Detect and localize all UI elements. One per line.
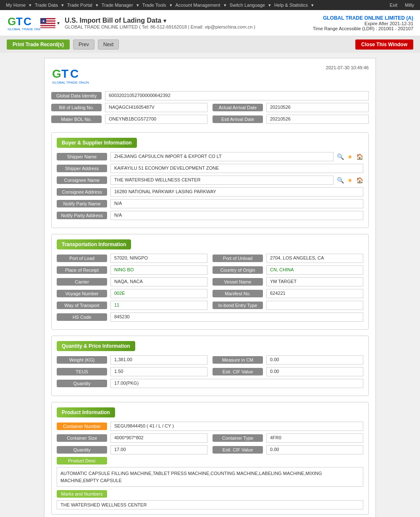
master-bol-pair: Mater BOL No. ONEYNB1BCG572700 [51,115,207,124]
quantity-price-section: Quantity & Price Information Weight (KG)… [51,336,369,396]
nav-exit[interactable]: Exit [387,3,400,8]
svg-rect-8 [40,26,55,27]
hs-code-row: HS Code 845230 [57,312,363,322]
nav-help-statistics[interactable]: Help & Statistics [272,3,310,8]
inbond-entry-value [266,301,363,310]
gtc-logo: G T C GLOBAL TRADE ONLINE LIMITED [7,13,40,32]
product-desc-label: Product Desc [57,457,107,465]
nav-my-home[interactable]: My Home [3,3,28,8]
notify-party-address-value: N/A [110,211,363,220]
shipper-star-icon[interactable]: ★ [347,153,353,160]
buyer-supplier-section: Buyer & Supplier Information Shipper Nam… [51,132,369,228]
shipper-address-value: KAIFAYILU 51 ECONOMY DEVELOPMENT ZONE [110,164,363,173]
buyer-supplier-header: Buyer & Supplier Information [57,138,137,148]
container-type-value: 4FR0 [266,433,363,443]
print-button-top[interactable]: Print Trade Record(s) [7,39,70,50]
port-of-load-label: Port of Load [57,255,107,262]
svg-text:G: G [52,67,61,80]
shipper-home-icon[interactable]: 🏠 [356,153,363,160]
consignee-address-label: Consignee Address [57,188,107,196]
shipper-address-label: Shipper Address [57,165,107,172]
container-size-type-row: Container Size 4000*907*802 Container Ty… [57,433,363,443]
close-button-top[interactable]: Close This Window [355,39,413,50]
container-number-value: SEGU9844450 ( 41 / L / CY ) [110,422,363,431]
top-navigation: My Home▾ Trade Data▾ Trade Portal▾ Trade… [0,0,420,10]
quantity-value: 17.00(PKG) [110,379,363,388]
weight-label: Weight (KG) [57,356,107,364]
consignee-address-row: Consignee Address 16280 NATIONAL PARKWAY… [57,187,363,197]
place-of-receipt-value: NING BO [110,265,207,275]
estl-cif-label: Esti. CIF Value [213,368,263,375]
consignee-home-icon[interactable]: 🏠 [356,177,363,184]
title-dropdown-icon[interactable]: ▾ [163,18,166,24]
shipper-search-icon[interactable]: 🔍 [337,153,344,160]
manifest-no-label: Manifest No. [213,290,263,297]
svg-text:G: G [8,15,16,28]
actual-arrival-label: Actual Arrival Date [213,104,263,111]
product-quantity-value: 17.00 [110,445,207,454]
us-flag: ★ [40,18,55,28]
shipper-name-row: Shipper Name ZHEJIANG CAPSULCN IMPORT & … [57,152,363,161]
svg-text:C: C [70,67,79,80]
nav-trade-data[interactable]: Trade Data [32,3,60,8]
place-of-receipt-label: Place of Receipt [57,266,107,274]
way-of-transport-label: Way of Transport [57,302,107,309]
teus-label: TEUS [57,368,107,375]
carrier-value: NAQA, NACA [110,277,207,286]
flag-area: ★ ▾ [40,18,60,28]
prev-button-top[interactable]: Prev [73,39,94,50]
flag-dropdown[interactable]: ▾ [57,20,60,26]
page-header: G T C GLOBAL TRADE ONLINE LIMITED ★ ▾ U.… [0,10,420,36]
bol-row: Bill of Lading No. NAQAGCHI1605487V Actu… [51,103,369,112]
page-title: U.S. Import Bill of Lading Data ▾ [65,17,255,24]
marks-label: Marks and Numbers [57,490,107,498]
global-data-identity-row: Global Data Identity 6003202105270000006… [51,91,369,100]
hs-code-label: HS Code [57,313,107,321]
transport-inbond-row: Way of Transport 11 In-bond Entry Type [57,301,363,310]
country-of-origin-value: CN, CHINA [266,265,363,275]
marks-row: Marks and Numbers [57,490,363,498]
shipper-name-label: Shipper Name [57,153,107,160]
svg-text:GLOBAL TRADE ONLINE LIMITED: GLOBAL TRADE ONLINE LIMITED [52,81,89,84]
port-of-load-value: 57020, NINGPO [110,254,207,263]
svg-text:C: C [24,15,32,28]
inbond-entry-label: In-bond Entry Type [213,302,263,309]
voyage-number-label: Voyage Number [57,290,107,297]
next-button-top[interactable]: Next [98,39,119,50]
nav-trade-portal[interactable]: Trade Portal [65,3,95,8]
nav-trade-tools[interactable]: Trade Tools [140,3,169,8]
receipt-country-row: Place of Receipt NING BO Country of Orig… [57,265,363,275]
record-logo: G T C GLOBAL TRADE ONLINE LIMITED [51,65,89,86]
master-bol-row: Mater BOL No. ONEYNB1BCG572700 Estl Arri… [51,115,369,124]
master-bol-label: Mater BOL No. [51,115,102,123]
container-size-value: 4000*907*802 [110,433,207,443]
page-title-area: U.S. Import Bill of Lading Data ▾ GLOBAL… [65,17,255,29]
weight-measure-row: Weight (KG) 1,381.00 Measure in CM 0.00 [57,355,363,365]
container-number-row: Container Number SEGU9844450 ( 41 / L / … [57,422,363,431]
shipper-name-value: ZHEJIANG CAPSULCN IMPORT & EXPORT CO LT [110,152,333,161]
header-right: GLOBAL TRADE ONLINE LIMITED (A) Expire A… [313,15,413,31]
svg-text:T: T [16,15,23,28]
shipper-address-row: Shipper Address KAIFAYILU 51 ECONOMY DEV… [57,164,363,173]
way-of-transport-value: 11 [110,301,207,310]
weight-value: 1,381.00 [110,355,207,365]
carrier-vessel-row: Carrier NAQA, NACA Vessel Name YM TARGET [57,277,363,286]
vessel-name-value: YM TARGET [266,277,363,286]
product-qty-cif-row: Quantity 17.00 Estl. CIF Value 0.00 [57,445,363,454]
notify-party-name-value: N/A [110,199,363,208]
actual-arrival-value: 20210526 [266,103,369,112]
consignee-search-icon[interactable]: 🔍 [337,177,344,184]
notify-party-name-label: Notify Party Name [57,200,107,207]
time-range: Time Range Accessible (LDR) : 201001 - 2… [313,26,413,31]
global-data-identity-label: Global Data Identity [51,92,102,100]
consignee-star-icon[interactable]: ★ [347,177,353,184]
nav-switch-language[interactable]: Switch Language [227,3,268,8]
consignee-name-row: Consignee Name THE WATERSHED WELLNESS CE… [57,176,363,185]
nav-trade-manager[interactable]: Trade Manager [99,3,136,8]
quantity-label: Quantity [57,380,107,387]
nav-account-management[interactable]: Account Management [173,3,223,8]
port-row: Port of Load 57020, NINGPO Port of Unloa… [57,254,363,263]
manifest-no-value: 624221 [266,289,363,298]
notify-party-name-row: Notify Party Name N/A [57,199,363,208]
svg-rect-7 [40,24,55,25]
